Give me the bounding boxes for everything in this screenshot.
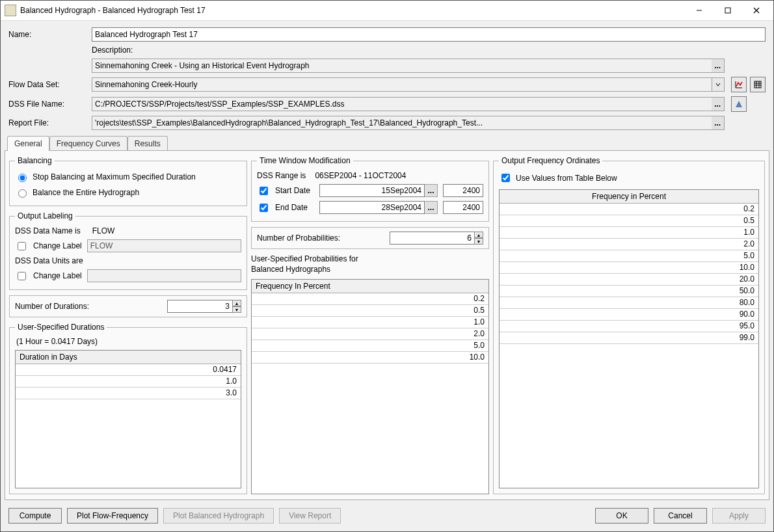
table-row[interactable]: 2.0 <box>252 328 488 340</box>
user-probs-table[interactable]: Frequency In Percent 0.20.51.02.05.010.0 <box>251 279 489 494</box>
start-date-input[interactable] <box>319 184 425 197</box>
header-form: Name: Description: Sinnemahoning Creek -… <box>5 23 769 135</box>
dssfile-label: DSS File Name: <box>8 100 87 109</box>
reportfile-field[interactable]: 'rojects\test\SSP_Examples\BalancedHydro… <box>92 116 712 130</box>
app-icon <box>5 5 16 16</box>
svg-rect-1 <box>725 8 730 13</box>
cancel-button[interactable]: Cancel <box>654 508 707 524</box>
change-label-2-text: Change Label <box>33 271 82 280</box>
num-prob-spinner[interactable]: ▲▼ <box>474 232 483 245</box>
table-row[interactable]: 50.0 <box>500 286 758 297</box>
table-row[interactable]: 1.0 <box>252 317 488 328</box>
window-title: Balanced Hydrograph - Balanced Hydrograp… <box>20 6 685 15</box>
table-row[interactable]: 1.0 <box>500 227 758 239</box>
table-row[interactable]: 10.0 <box>252 352 488 364</box>
change-label-1-checkbox[interactable] <box>18 242 26 250</box>
table-row[interactable]: 0.2 <box>500 204 758 215</box>
name-input[interactable] <box>92 27 766 42</box>
time-window-group: Time Window Modification DSS Range is 06… <box>251 156 489 222</box>
tab-general-body: Balancing Stop Balancing at Maximum Spec… <box>5 151 769 500</box>
output-freq-table[interactable]: Frequency in Percent 0.20.51.02.05.010.0… <box>499 189 759 488</box>
use-values-label: Use Values from Table Below <box>516 174 617 183</box>
description-field[interactable]: Sinnemahoning Creek - Using an Historica… <box>92 59 712 73</box>
description-browse-button[interactable]: ... <box>712 59 725 73</box>
dss-data-units-label: DSS Data Units are <box>15 256 83 265</box>
balancing-group: Balancing Stop Balancing at Maximum Spec… <box>9 156 247 206</box>
table-row[interactable]: 0.0417 <box>16 364 241 376</box>
table-row[interactable]: 95.0 <box>500 321 758 332</box>
svg-marker-9 <box>736 101 742 107</box>
ok-button[interactable]: OK <box>595 508 648 524</box>
view-report-button: View Report <box>279 508 341 524</box>
app-window: Balanced Hydrograph - Balanced Hydrograp… <box>0 0 774 532</box>
table-row[interactable]: 5.0 <box>500 250 758 262</box>
balancing-opt-entire[interactable] <box>18 189 27 198</box>
table-icon-button[interactable] <box>750 77 766 92</box>
table-row[interactable]: 99.0 <box>500 332 758 344</box>
dssfile-field[interactable]: C:/PROJECTS/SSP/Projects/test/SSP_Exampl… <box>92 97 712 111</box>
start-time-input[interactable] <box>443 184 483 197</box>
output-labeling-group: Output Labeling DSS Data Name is FLOW Ch… <box>9 211 247 290</box>
minimize-button[interactable] <box>685 1 714 20</box>
num-prob-input[interactable] <box>390 232 474 245</box>
end-time-input[interactable] <box>443 201 483 214</box>
plot-balanced-hydrograph-button: Plot Balanced Hydrograph <box>163 508 274 524</box>
table-row[interactable]: 90.0 <box>500 309 758 321</box>
user-durations-legend: User-Specified Durations <box>15 323 107 332</box>
tab-results[interactable]: Results <box>127 136 168 151</box>
table-row[interactable]: 10.0 <box>500 262 758 274</box>
tab-frequency-curves[interactable]: Frequency Curves <box>49 136 127 151</box>
tab-general[interactable]: General <box>7 136 49 151</box>
start-date-browse[interactable]: ... <box>425 184 438 197</box>
end-date-browse[interactable]: ... <box>425 201 438 214</box>
table-row[interactable]: 0.5 <box>500 215 758 227</box>
window-controls <box>685 1 771 20</box>
end-date-label: End Date <box>275 203 314 212</box>
table-row[interactable]: 0.5 <box>252 305 488 317</box>
end-date-input[interactable] <box>319 201 425 214</box>
histogram-icon-button[interactable] <box>731 96 747 112</box>
plot-flow-frequency-button[interactable]: Plot Flow-Frequency <box>67 508 158 524</box>
column-right: Output Frequency Ordinates Use Values fr… <box>493 156 765 494</box>
maximize-button[interactable] <box>714 1 742 20</box>
table-row[interactable]: 20.0 <box>500 274 758 286</box>
flowset-combo[interactable]: Sinnemahoning Creek-Hourly <box>92 77 725 92</box>
dssfile-browse-button[interactable]: ... <box>712 97 725 111</box>
end-date-checkbox[interactable] <box>260 204 268 212</box>
user-probs-header: Frequency In Percent <box>252 280 488 293</box>
titlebar: Balanced Hydrograph - Balanced Hydrograp… <box>1 1 773 21</box>
output-labeling-legend: Output Labeling <box>15 211 75 220</box>
table-row[interactable]: 0.2 <box>252 293 488 305</box>
balancing-opt-stop[interactable] <box>18 174 27 182</box>
footer: Compute Plot Flow-Frequency Plot Balance… <box>5 504 769 531</box>
user-probs-title1: User-Specified Probabilities for <box>251 254 489 263</box>
plot-icon-button[interactable] <box>731 77 747 92</box>
dss-data-name-label: DSS Data Name is <box>15 226 81 235</box>
start-date-checkbox[interactable] <box>260 187 268 195</box>
num-durations-spinner[interactable]: ▲▼ <box>232 300 241 313</box>
num-durations-input[interactable] <box>167 300 232 313</box>
output-freq-group: Output Frequency Ordinates Use Values fr… <box>493 156 765 494</box>
dss-range-label: DSS Range is <box>257 171 306 180</box>
table-row[interactable]: 2.0 <box>500 239 758 250</box>
num-durations-label: Number of Durations: <box>15 302 89 311</box>
change-label-2-checkbox[interactable] <box>18 272 26 280</box>
reportfile-label: Report File: <box>8 118 87 127</box>
flowset-label: Flow Data Set: <box>8 80 87 89</box>
table-row[interactable]: 3.0 <box>16 388 241 399</box>
reportfile-browse-button[interactable]: ... <box>712 116 725 130</box>
dss-data-name-value: FLOW <box>92 226 115 235</box>
client-area: Name: Description: Sinnemahoning Creek -… <box>1 21 773 531</box>
table-row[interactable]: 5.0 <box>252 340 488 352</box>
durations-table[interactable]: Duration in Days 0.04171.03.0 <box>15 350 241 488</box>
chevron-down-icon <box>712 77 725 92</box>
time-window-legend: Time Window Modification <box>257 156 353 165</box>
change-label-1-input <box>87 239 241 252</box>
table-row[interactable]: 1.0 <box>16 376 241 388</box>
use-values-checkbox[interactable] <box>501 174 510 182</box>
column-left: Balancing Stop Balancing at Maximum Spec… <box>9 156 247 494</box>
compute-button[interactable]: Compute <box>8 508 62 524</box>
close-button[interactable] <box>742 1 771 20</box>
description-label: Description: <box>92 46 725 55</box>
table-row[interactable]: 80.0 <box>500 297 758 309</box>
